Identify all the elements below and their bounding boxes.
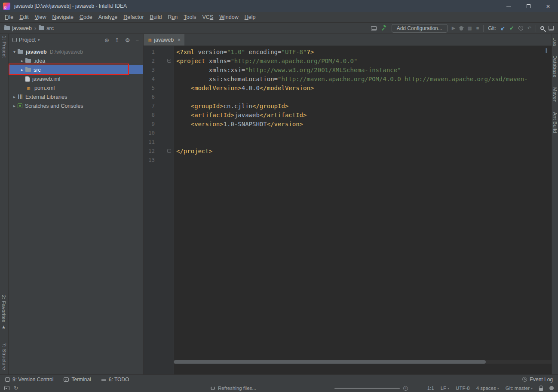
add-configuration-button[interactable]: Add Configuration... xyxy=(392,24,448,33)
menu-tools[interactable]: Tools xyxy=(181,12,199,22)
line-separator[interactable]: LF▾ xyxy=(441,386,449,391)
code-editor[interactable]: 1<?xml version="1.0" encoding="UTF-8"?>2… xyxy=(144,46,552,374)
gutter: 5 xyxy=(144,85,174,91)
git-commit-icon[interactable]: ✓ xyxy=(509,25,514,31)
chevron-right-icon[interactable]: ▸ xyxy=(19,58,25,63)
code-line-12[interactable]: 12−</project> xyxy=(144,146,552,155)
tab-javaweb[interactable]: m javaweb × xyxy=(144,34,184,46)
menu-file[interactable]: File xyxy=(2,12,16,22)
tool-button-favorites[interactable]: 2: Favorites★ xyxy=(1,295,7,330)
caret-position[interactable]: 1:1 xyxy=(427,386,434,391)
fold-area: − xyxy=(155,149,174,153)
chevron-right-icon[interactable]: ▸ xyxy=(11,94,18,99)
file-encoding[interactable]: UTF-8 xyxy=(456,386,470,391)
layout-icon[interactable] xyxy=(371,26,377,30)
folder-icon xyxy=(4,26,10,30)
run-icon: ▶ xyxy=(452,26,455,30)
code-line-4[interactable]: 4 xsi:schemaLocation="http://maven.apach… xyxy=(144,74,552,83)
menu-code[interactable]: Code xyxy=(77,12,95,22)
code-line-6[interactable]: 6 xyxy=(144,92,552,101)
tool-button-9-version-control[interactable]: 9: Version Control xyxy=(5,377,53,383)
git-update-icon[interactable]: ↙ xyxy=(500,25,505,31)
code-text: xsi:schemaLocation="http://maven.apache.… xyxy=(174,76,528,82)
tree-item-pom-xml[interactable]: mpom.xml xyxy=(9,83,143,92)
close-button[interactable]: × xyxy=(538,0,558,12)
code-text: <?xml version="1.0" encoding="UTF-8"?> xyxy=(174,49,314,55)
tool-button-ant-build[interactable]: Ant Build xyxy=(552,112,558,133)
tool-button-event-log[interactable]: Event Log xyxy=(522,377,553,383)
tool-button-lua[interactable]: Lua xyxy=(552,37,558,46)
tool-window-bar: 9: Version ControlTerminal6: TODO Event … xyxy=(0,374,558,384)
tool-button-terminal[interactable]: Terminal xyxy=(64,377,91,383)
code-line-10[interactable]: 10 xyxy=(144,128,552,137)
menu-build[interactable]: Build xyxy=(147,12,165,22)
menu-analyze[interactable]: Analyze xyxy=(95,12,120,22)
build-project-icon[interactable] xyxy=(381,25,387,31)
settings-icon[interactable]: ⚙ xyxy=(125,37,130,43)
code-line-7[interactable]: 7 <groupId>cn.cjlin</groupId> xyxy=(144,101,552,110)
tree-item-javaweb[interactable]: ▾javawebD:\wk\javaweb xyxy=(9,47,143,56)
menu-help[interactable]: Help xyxy=(242,12,259,22)
star-icon: ★ xyxy=(1,325,6,330)
code-line-2[interactable]: 2−<project xmlns="http://maven.apache.or… xyxy=(144,56,552,65)
tool-windows-icon[interactable] xyxy=(549,26,554,30)
menu-edit[interactable]: Edit xyxy=(16,12,32,22)
tree-item-label: javaweb.iml xyxy=(32,76,60,82)
locate-file-icon[interactable]: ⊕ xyxy=(104,37,109,43)
chevron-down-icon[interactable]: ▾ xyxy=(11,49,18,54)
project-view-selector[interactable]: Project ▾ xyxy=(12,37,40,43)
tool-button-maven[interactable]: Maven xyxy=(552,87,558,103)
hide-panel-icon[interactable]: − xyxy=(135,37,139,43)
git-history-icon[interactable] xyxy=(518,26,523,30)
git-branch[interactable]: Git: master▾ xyxy=(506,386,533,391)
gutter: 4 xyxy=(144,76,174,82)
code-line-5[interactable]: 5 <modelVersion>4.0.0</modelVersion> xyxy=(144,83,552,92)
code-line-3[interactable]: 3 xmlns:xsi="http://www.w3.org/2001/XMLS… xyxy=(144,65,552,74)
code-line-9[interactable]: 9 <version>1.0-SNAPSHOT</version> xyxy=(144,119,552,128)
breadcrumb-javaweb[interactable]: javaweb xyxy=(4,25,32,31)
menu-run[interactable]: Run xyxy=(165,12,181,22)
cancel-progress-icon[interactable]: × xyxy=(403,386,408,391)
menu-vcs[interactable]: VCS xyxy=(199,12,217,22)
code-line-11[interactable]: 11 xyxy=(144,137,552,146)
tool-button-structure[interactable]: 7: Structure xyxy=(2,343,7,370)
menu-view[interactable]: View xyxy=(32,12,49,22)
menu-bar: FileEditViewNavigateCodeAnalyzeRefactorB… xyxy=(0,12,558,23)
code-line-13[interactable]: 13 xyxy=(144,155,552,164)
tree-item-src[interactable]: ▸src xyxy=(9,65,143,74)
tool-window-switcher-icon[interactable] xyxy=(4,386,9,390)
lock-icon[interactable] xyxy=(539,388,543,391)
git-label: Git: xyxy=(488,25,496,31)
fold-marker-icon[interactable]: − xyxy=(167,149,171,153)
notifications-icon[interactable] xyxy=(549,386,554,390)
chevron-right-icon[interactable]: ▸ xyxy=(19,67,25,72)
collapse-all-icon[interactable]: ↥ xyxy=(115,37,120,43)
tree-item-scratches-and-consoles[interactable]: ▸Scratches and Consoles xyxy=(9,101,143,110)
tool-button-project[interactable]: 1: Project xyxy=(2,36,7,58)
background-tasks-icon[interactable]: ↻ xyxy=(14,386,18,391)
scrollbar-thumb[interactable] xyxy=(174,360,486,364)
maximize-icon xyxy=(527,4,530,8)
breadcrumb-src[interactable]: src xyxy=(39,25,54,31)
tool-button-database[interactable]: Database xyxy=(552,55,558,78)
tree-item-idea[interactable]: ▸.idea xyxy=(9,56,143,65)
search-everywhere-icon[interactable] xyxy=(540,26,544,30)
maximize-button[interactable] xyxy=(518,0,538,12)
editor-widget-icon[interactable]: ∥ xyxy=(546,48,548,53)
indent-style[interactable]: 4 spaces▾ xyxy=(476,386,499,391)
menu-window[interactable]: Window xyxy=(216,12,241,22)
tool-button-6-todo[interactable]: 6: TODO xyxy=(101,377,129,383)
code-line-1[interactable]: 1<?xml version="1.0" encoding="UTF-8"?> xyxy=(144,47,552,56)
minimize-button[interactable] xyxy=(499,0,518,12)
code-line-8[interactable]: 8 <artifactId>javaweb</artifactId> xyxy=(144,110,552,119)
chevron-right-icon[interactable]: ▸ xyxy=(11,103,18,108)
tool-button-label: 9: Version Control xyxy=(12,377,53,383)
tree-item-label: Scratches and Consoles xyxy=(25,103,83,109)
close-tab-icon[interactable]: × xyxy=(178,37,181,43)
tree-item-external-libraries[interactable]: ▸External Libraries xyxy=(9,92,143,101)
menu-navigate[interactable]: Navigate xyxy=(49,12,77,22)
tree-item-javaweb-iml[interactable]: javaweb.iml xyxy=(9,74,143,83)
horizontal-scrollbar[interactable] xyxy=(174,360,552,364)
menu-refactor[interactable]: Refactor xyxy=(120,12,147,22)
fold-marker-icon[interactable]: − xyxy=(167,59,171,63)
